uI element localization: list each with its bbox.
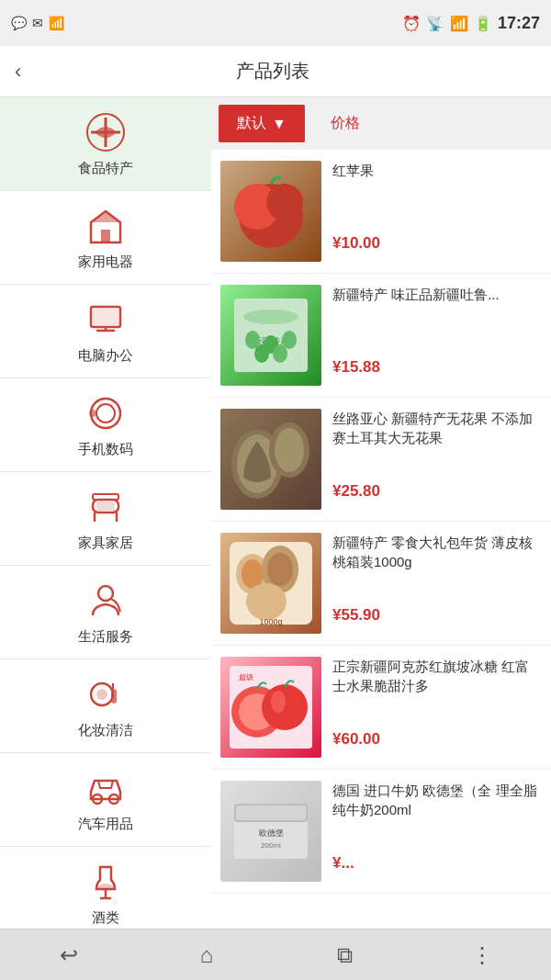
life-icon [84, 579, 128, 623]
back-button[interactable]: ‹ [15, 60, 21, 84]
sidebar-item-life[interactable]: 生活服务 [0, 566, 211, 659]
product-price-2: ¥15.88 [332, 358, 542, 377]
sidebar-item-wine-label: 酒类 [92, 909, 119, 927]
wine-icon [84, 860, 128, 904]
alarm-icon: ⏰ [402, 15, 421, 32]
product-item-6[interactable]: 欧德堡 200ml 德国 进口牛奶 欧德堡（全 理全脂纯牛奶200ml ¥... [211, 770, 551, 894]
sidebar-item-food[interactable]: 食品特产 [0, 97, 211, 191]
bottom-navigation: ↩ ⌂ ⧉ ⋮ [0, 929, 551, 980]
status-bar: 💬 ✉ 📶 ⏰ 📡 📶 🔋 17:27 [0, 0, 551, 46]
sidebar-item-cosmetic[interactable]: 化妆清洁 [0, 659, 211, 753]
product-item-2[interactable]: 新疆特产 新疆特产 味正品新疆吐鲁... ¥15.88 [211, 274, 551, 398]
nav-menu-button[interactable]: ⋮ [459, 937, 505, 974]
sidebar-item-wine[interactable]: 酒类 [0, 847, 211, 929]
nav-home-button[interactable]: ⌂ [184, 937, 230, 974]
status-icons-left: 💬 ✉ 📶 [11, 16, 64, 30]
sidebar-item-furniture-label: 家具家居 [78, 535, 133, 552]
product-info-6: 德国 进口牛奶 欧德堡（全 理全脂纯牛奶200ml ¥... [332, 781, 542, 873]
sidebar-item-food-label: 食品特产 [78, 160, 133, 177]
svg-point-31 [246, 195, 268, 228]
product-area: 默认 ▼ 价格 [211, 97, 551, 929]
computer-icon [84, 298, 128, 342]
status-icons-right: ⏰ 📡 📶 🔋 17:27 [402, 14, 540, 33]
sidebar-item-computer[interactable]: 电脑办公 [0, 285, 211, 378]
product-name-1: 红苹果 [332, 161, 542, 180]
product-image-2: 新疆特产 [220, 285, 321, 386]
product-image-6: 欧德堡 200ml [220, 781, 321, 882]
svg-point-39 [273, 344, 287, 363]
sidebar-item-car-label: 汽车用品 [78, 816, 133, 833]
sort-default-label: 默认 [237, 114, 266, 133]
product-price-4: ¥55.90 [332, 606, 542, 625]
product-name-2: 新疆特产 味正品新疆吐鲁... [332, 285, 542, 304]
svg-point-18 [98, 586, 113, 601]
svg-point-55 [262, 684, 308, 730]
time-display: 17:27 [498, 14, 540, 33]
sidebar-item-cosmetic-label: 化妆清洁 [78, 722, 133, 739]
nav-back-button[interactable]: ↩ [46, 937, 92, 974]
svg-text:欧德堡: 欧德堡 [259, 828, 284, 838]
svg-rect-17 [93, 494, 118, 500]
product-name-3: 丝路亚心 新疆特产无花果 不添加赛土耳其大无花果 [332, 409, 542, 447]
product-list: 红苹果 ¥10.00 新疆特产 [211, 150, 551, 929]
sidebar-item-car[interactable]: 汽车用品 [0, 753, 211, 847]
sidebar-item-life-label: 生活服务 [78, 628, 133, 646]
product-item-5[interactable]: 超级 正宗新疆阿克苏红旗坡冰糖 红富士水果脆甜汁多 ¥60.00 [211, 646, 551, 770]
product-price-3: ¥25.80 [332, 482, 542, 501]
appliance-icon [84, 204, 128, 248]
product-name-5: 正宗新疆阿克苏红旗坡冰糖 红富士水果脆甜汁多 [332, 657, 542, 695]
product-info-4: 新疆特产 零食大礼包年货 薄皮核桃箱装1000g ¥55.90 [332, 533, 542, 625]
product-price-5: ¥60.00 [332, 730, 542, 749]
product-item-1[interactable]: 红苹果 ¥10.00 [211, 150, 551, 274]
product-info-1: 红苹果 ¥10.00 [332, 161, 542, 253]
phone-icon [84, 391, 128, 435]
svg-point-57 [271, 691, 286, 713]
signal-icon: 📶 [450, 15, 468, 32]
sidebar-item-appliance-label: 家用电器 [78, 253, 133, 271]
sidebar-item-phone-label: 手机数码 [78, 441, 133, 458]
main-content: 食品特产 家用电器 电脑办公 [0, 97, 551, 929]
cosmetic-icon [84, 672, 128, 716]
svg-point-33 [243, 310, 298, 324]
message-icon: ✉ [32, 16, 43, 30]
svg-marker-4 [91, 211, 120, 222]
wifi-icon: 📶 [49, 16, 64, 30]
sidebar-item-appliance[interactable]: 家用电器 [0, 191, 211, 285]
product-image-1 [220, 161, 321, 262]
svg-point-30 [266, 184, 303, 220]
battery-icon: 🔋 [474, 15, 492, 32]
sort-arrow-icon: ▼ [272, 116, 287, 132]
header: ‹ 产品列表 [0, 46, 551, 97]
svg-point-43 [275, 428, 304, 472]
svg-text:200ml: 200ml [261, 841, 281, 850]
svg-text:超级: 超级 [239, 673, 253, 681]
sidebar-item-phone[interactable]: 手机数码 [0, 378, 211, 472]
page-title: 产品列表 [36, 59, 509, 84]
nav-recent-button[interactable]: ⧉ [321, 937, 367, 974]
svg-text:1000g: 1000g [259, 617, 282, 626]
svg-rect-21 [111, 689, 117, 704]
svg-point-49 [246, 583, 287, 620]
svg-point-11 [96, 404, 115, 422]
sidebar-item-furniture[interactable]: 家具家居 [0, 472, 211, 566]
sort-default-button[interactable]: 默认 ▼ [219, 105, 305, 142]
product-info-2: 新疆特产 味正品新疆吐鲁... ¥15.88 [332, 285, 542, 377]
product-image-3 [220, 409, 321, 510]
product-image-4: 1000g [220, 533, 321, 634]
svg-point-56 [243, 696, 258, 718]
svg-point-12 [89, 410, 96, 417]
wechat-icon: 💬 [11, 16, 27, 30]
product-image-5: 超级 [220, 657, 321, 758]
sort-price-button[interactable]: 价格 [312, 105, 378, 142]
sidebar-item-computer-label: 电脑办公 [78, 347, 133, 365]
product-price-1: ¥10.00 [332, 234, 542, 253]
category-sidebar: 食品特产 家用电器 电脑办公 [0, 97, 211, 929]
svg-point-20 [96, 689, 107, 700]
product-item-4[interactable]: 1000g 新疆特产 零食大礼包年货 薄皮核桃箱装1000g ¥55.90 [211, 522, 551, 646]
product-price-6: ¥... [332, 854, 542, 873]
svg-rect-5 [101, 230, 110, 242]
product-item-3[interactable]: 丝路亚心 新疆特产无花果 不添加赛土耳其大无花果 ¥25.80 [211, 398, 551, 522]
wifi2-icon: 📡 [426, 15, 444, 32]
svg-point-27 [98, 884, 113, 891]
car-icon [84, 766, 128, 810]
